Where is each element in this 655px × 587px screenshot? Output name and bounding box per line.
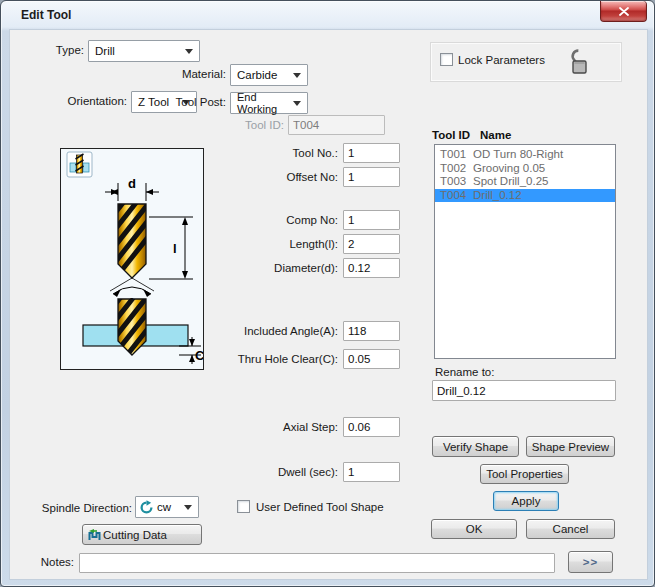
chevron-down-icon <box>185 49 193 54</box>
thru-hole-clear-field[interactable] <box>343 349 400 369</box>
verify-shape-button[interactable]: Verify Shape <box>432 436 519 457</box>
included-angle-field[interactable] <box>343 321 400 341</box>
material-label: Material: <box>130 68 226 80</box>
lock-parameters-label[interactable]: Lock Parameters <box>458 54 545 66</box>
apply-button[interactable]: Apply <box>493 491 559 511</box>
tool-list-header-id: Tool ID <box>432 129 470 141</box>
dialog-content: Type: Drill Orientation: Z Tool <box>9 29 648 580</box>
user-defined-tool-shape-label[interactable]: User Defined Tool Shape <box>256 501 384 513</box>
list-item[interactable]: T004Drill_0.12 <box>435 189 615 203</box>
tool-listbox[interactable]: T001OD Turn 80-RightT002Grooving 0.05T00… <box>434 144 616 359</box>
chevron-down-icon <box>293 101 301 106</box>
list-item-name: OD Turn 80-Right <box>473 148 563 161</box>
notes-field[interactable] <box>79 553 555 573</box>
list-item-id: T001 <box>440 148 473 161</box>
type-combo-value: Drill <box>95 45 115 57</box>
axial-step-label: Axial Step: <box>160 421 338 433</box>
cutting-data-icon <box>88 528 102 542</box>
offset-no-label: Offset No: <box>160 171 338 183</box>
offset-no-field[interactable] <box>343 167 400 187</box>
edit-tool-dialog: Edit Tool Type: Drill Orientation: Z Too… <box>0 0 655 587</box>
list-item-name: Spot Drill_0.25 <box>473 175 548 188</box>
tool-no-field[interactable] <box>343 143 400 163</box>
chevron-down-icon <box>184 505 192 510</box>
tool-id-label: Tool ID: <box>190 119 284 131</box>
cancel-button[interactable]: Cancel <box>526 519 615 539</box>
drill-slot-icon <box>67 152 92 177</box>
list-item-name: Grooving 0.05 <box>473 162 545 175</box>
dwell-field[interactable] <box>343 462 400 482</box>
shape-preview-button[interactable]: Shape Preview <box>526 436 615 457</box>
close-button[interactable] <box>600 1 647 22</box>
svg-text:d: d <box>128 176 136 191</box>
rename-to-field[interactable] <box>432 380 616 401</box>
length-field[interactable] <box>343 234 400 254</box>
list-item-id: T002 <box>440 162 473 175</box>
title-bar[interactable]: Edit Tool <box>1 1 654 29</box>
length-label: Length(l): <box>160 238 338 250</box>
comp-no-field[interactable] <box>343 210 400 230</box>
close-icon <box>619 7 629 16</box>
spindle-direction-value: cw <box>157 501 171 513</box>
diameter-label: Diameter(d): <box>160 262 338 274</box>
user-defined-tool-shape-checkbox[interactable] <box>237 500 250 513</box>
list-item-name: Drill_0.12 <box>473 189 522 202</box>
chevron-down-icon <box>293 73 301 78</box>
ok-button[interactable]: OK <box>431 519 517 539</box>
list-item[interactable]: T002Grooving 0.05 <box>435 162 615 176</box>
type-combo[interactable]: Drill <box>88 40 200 62</box>
cutting-data-label: Cutting Data <box>103 529 167 541</box>
cutting-data-button[interactable]: Cutting Data <box>82 524 202 545</box>
lock-parameters-panel: Lock Parameters <box>430 42 622 82</box>
material-combo-value: Carbide <box>237 69 277 81</box>
list-item-id: T004 <box>440 189 473 202</box>
tool-properties-button[interactable]: Tool Properties <box>480 464 569 484</box>
diameter-field[interactable] <box>343 258 400 278</box>
tool-post-combo[interactable]: End Working <box>230 92 308 114</box>
notes-expand-button[interactable]: >> <box>568 551 613 573</box>
rename-to-label: Rename to: <box>435 366 494 378</box>
axial-step-field[interactable] <box>343 417 400 437</box>
spindle-direction-combo[interactable]: cw <box>135 496 199 518</box>
window-title: Edit Tool <box>21 8 71 22</box>
spindle-direction-label: Spindle Direction: <box>10 502 132 514</box>
notes-label: Notes: <box>10 556 74 568</box>
tool-post-combo-value: End Working <box>237 91 289 115</box>
thru-hole-clear-label: Thru Hole Clear(C): <box>160 353 338 365</box>
lock-parameters-checkbox[interactable] <box>440 53 453 66</box>
list-item[interactable]: T001OD Turn 80-Right <box>435 148 615 162</box>
list-item[interactable]: T003Spot Drill_0.25 <box>435 175 615 189</box>
tool-id-field <box>288 115 385 135</box>
lock-open-icon <box>565 47 591 79</box>
comp-no-label: Comp No: <box>160 214 338 226</box>
orientation-label: Orientation: <box>10 95 127 107</box>
material-combo[interactable]: Carbide <box>230 64 308 86</box>
tool-no-label: Tool No.: <box>160 147 338 159</box>
included-angle-label: Included Angle(A): <box>160 325 338 337</box>
spindle-cw-icon <box>139 500 154 515</box>
dwell-label: Dwell (sec): <box>160 466 338 478</box>
type-label: Type: <box>10 44 84 56</box>
list-item-id: T003 <box>440 175 473 188</box>
tool-list-header-name: Name <box>480 129 511 141</box>
tool-post-label: Tool Post: <box>130 96 226 108</box>
